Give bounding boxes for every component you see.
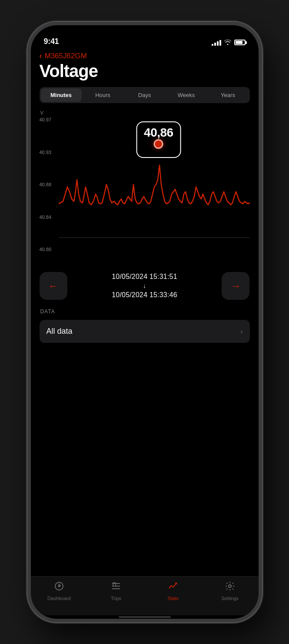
tab-hours[interactable]: Hours	[83, 88, 123, 102]
chart-tooltip: 40,86	[136, 121, 181, 158]
tab-stats[interactable]: Stats	[145, 581, 202, 601]
svg-point-4	[229, 585, 231, 587]
right-arrow-icon: →	[230, 280, 241, 292]
dynamic-island	[119, 32, 171, 46]
tab-years[interactable]: Years	[208, 88, 249, 102]
y-label-3: 40.84	[40, 215, 52, 220]
signal-bars-icon	[212, 40, 221, 46]
date-to: 10/05/2024 15:33:46	[112, 291, 177, 299]
left-arrow-icon: ←	[48, 280, 59, 292]
date-arrow-down-icon: ↓	[143, 282, 146, 289]
tab-trips[interactable]: Trips	[88, 581, 145, 601]
tab-weeks[interactable]: Weeks	[166, 88, 207, 102]
phone-outer: 9:41	[0, 0, 289, 644]
all-data-row[interactable]: All data ›	[40, 320, 250, 343]
all-data-label: All data	[47, 327, 73, 336]
trips-icon	[111, 581, 121, 594]
chart-svg-area: 40,86	[59, 117, 250, 252]
tooltip-dot	[155, 141, 162, 148]
app-content: ‹ M365J62GM Voltage Minutes Hours Days W…	[31, 49, 259, 576]
back-nav[interactable]: ‹ M365J62GM	[40, 49, 250, 61]
phone-frame: 9:41	[27, 22, 262, 622]
data-section-label: DATA	[40, 309, 250, 315]
home-indicator-bar	[119, 616, 171, 618]
status-icons	[212, 39, 246, 46]
stats-icon	[168, 581, 178, 594]
y-label-0: 40.97	[40, 117, 52, 122]
home-indicator	[31, 615, 259, 619]
battery-icon	[234, 40, 246, 45]
screen: 9:41	[31, 25, 259, 619]
tooltip-value: 40,86	[144, 126, 173, 139]
tooltip-box: 40,86	[136, 121, 181, 158]
tab-stats-label: Stats	[167, 596, 178, 601]
time-tabs: Minutes Hours Days Weeks Years	[40, 87, 250, 103]
wifi-icon	[224, 39, 232, 46]
dashboard-icon	[54, 581, 64, 594]
battery-fill	[236, 41, 242, 44]
bottom-section: ← 10/05/2024 15:31:51 ↓ 10/05/2024 15:33…	[40, 268, 250, 347]
y-label-4: 40.80	[40, 247, 52, 252]
back-label: M365J62GM	[45, 52, 87, 60]
next-button[interactable]: →	[222, 272, 249, 300]
tab-minutes[interactable]: Minutes	[41, 88, 82, 102]
tab-dashboard-label: Dashboard	[47, 596, 71, 601]
svg-point-2	[59, 586, 60, 587]
page-title: Voltage	[40, 61, 250, 81]
chart-y-labels: 40.97 40.93 40.88 40.84 40.80	[40, 117, 52, 252]
tab-dashboard[interactable]: Dashboard	[31, 581, 88, 601]
tab-days[interactable]: Days	[124, 88, 165, 102]
back-chevron-icon: ‹	[40, 51, 42, 60]
y-label-2: 40.88	[40, 182, 52, 187]
status-time: 9:41	[44, 37, 59, 46]
date-range: 10/05/2024 15:31:51 ↓ 10/05/2024 15:33:4…	[112, 273, 177, 299]
date-navigation: ← 10/05/2024 15:31:51 ↓ 10/05/2024 15:33…	[40, 268, 250, 303]
y-label-1: 40.93	[40, 150, 52, 155]
tab-trips-label: Trips	[111, 596, 121, 601]
tab-bar: Dashboard Trips	[31, 576, 259, 615]
settings-icon	[225, 581, 235, 594]
chart-container: V 40.97 40.93 40.88 40.84 40.80	[40, 108, 250, 265]
data-row-chevron-icon: ›	[240, 328, 242, 335]
chart-unit: V	[40, 110, 43, 115]
tab-settings[interactable]: Settings	[202, 581, 259, 601]
prev-button[interactable]: ←	[40, 272, 67, 300]
tab-settings-label: Settings	[221, 596, 239, 601]
date-from: 10/05/2024 15:31:51	[112, 273, 177, 281]
